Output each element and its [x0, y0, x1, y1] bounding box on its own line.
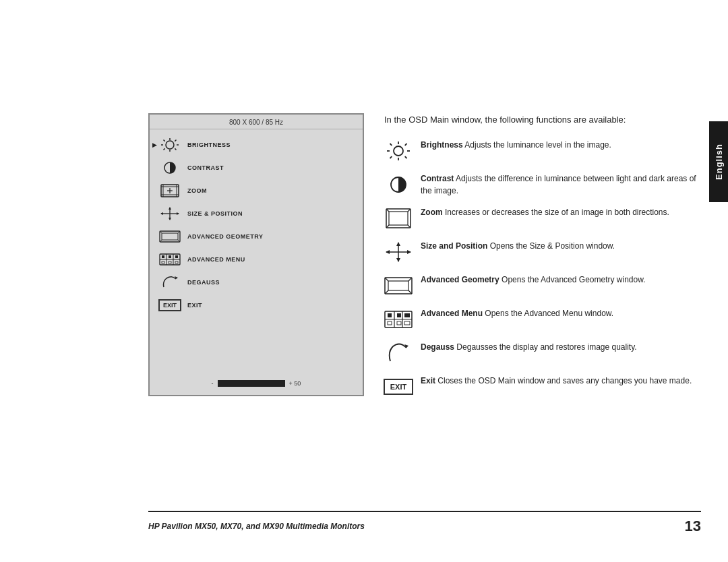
size-position-icon — [159, 206, 181, 222]
desc-term-contrast: Contrast — [421, 174, 454, 183]
svg-line-8 — [164, 148, 165, 150]
degauss-icon — [159, 274, 181, 290]
desc-text-brightness: Brightness Adjusts the luminance level i… — [421, 139, 701, 151]
svg-marker-60 — [407, 250, 411, 254]
svg-rect-50 — [389, 212, 408, 225]
footer-title: HP Pavilion MX50, MX70, and MX90 Multime… — [148, 522, 365, 531]
osd-label-advanced-menu: ADVANCED MENU — [187, 256, 245, 263]
svg-line-5 — [164, 140, 165, 142]
footer-page-number: 13 — [685, 518, 701, 535]
osd-label-zoom: ZOOM — [187, 187, 207, 194]
desc-text-advanced-geometry: Advanced Geometry Opens the Advanced Geo… — [421, 274, 701, 286]
desc-text-size-position: Size and Position Opens the Size & Posit… — [421, 240, 701, 252]
svg-rect-38 — [175, 261, 178, 263]
svg-point-39 — [394, 146, 403, 156]
osd-item-degauss[interactable]: DEGAUSS — [150, 271, 363, 294]
desc-item-size-position: Size and Position Opens the Size & Posit… — [384, 240, 701, 264]
desc-item-advanced-geometry: Advanced Geometry Opens the Advanced Geo… — [384, 274, 701, 298]
advanced-menu-icon — [159, 251, 181, 268]
exit-box-icon: EXIT — [159, 297, 181, 313]
brightness-icon — [159, 137, 181, 153]
osd-label-degauss: DEGAUSS — [187, 279, 220, 286]
osd-label-brightness: BRIGHTNESS — [187, 142, 231, 148]
advanced-geometry-icon — [159, 228, 181, 245]
svg-marker-22 — [177, 212, 179, 215]
desc-term-zoom: Zoom — [421, 208, 443, 217]
osd-minus-label: - — [212, 380, 214, 387]
description-area: In the OSD Main window, the following fu… — [384, 113, 701, 501]
osd-item-advanced-menu[interactable]: ADVANCED MENU — [150, 248, 363, 271]
desc-text-advanced-menu: Advanced Menu Opens the Advanced Menu wi… — [421, 307, 701, 319]
svg-rect-72 — [397, 313, 401, 317]
svg-rect-24 — [162, 233, 178, 240]
svg-rect-76 — [404, 321, 410, 325]
svg-line-47 — [390, 156, 392, 158]
svg-line-46 — [405, 144, 407, 146]
svg-rect-75 — [397, 321, 401, 325]
exit-box-label: EXIT — [158, 299, 181, 311]
osd-item-contrast[interactable]: CONTRAST — [150, 156, 363, 179]
osd-label-exit: EXIT — [187, 302, 202, 309]
osd-item-advanced-geometry[interactable]: ADVANCED GEOMETRY — [150, 225, 363, 248]
desc-item-zoom: Zoom Increases or decreases the size of … — [384, 206, 701, 230]
desc-term-degauss: Degauss — [421, 342, 454, 352]
progress-bar — [218, 380, 285, 387]
svg-marker-57 — [396, 242, 400, 246]
desc-degauss-icon — [384, 341, 413, 365]
osd-item-exit[interactable]: EXIT EXIT — [150, 294, 363, 317]
osd-item-brightness[interactable]: BRIGHTNESS — [150, 133, 363, 156]
svg-marker-19 — [169, 207, 171, 210]
osd-label-advanced-geometry: ADVANCED GEOMETRY — [187, 233, 264, 240]
desc-item-advanced-menu: Advanced Menu Opens the Advanced Menu wi… — [384, 307, 701, 332]
desc-text-exit: Exit Closes the OSD Main window and save… — [421, 375, 701, 387]
svg-rect-35 — [175, 255, 178, 258]
desc-term-advanced-geometry: Advanced Geometry — [421, 275, 499, 284]
svg-marker-58 — [396, 258, 400, 262]
desc-advanced-geometry-icon — [384, 274, 413, 298]
svg-marker-21 — [160, 212, 163, 215]
svg-line-6 — [175, 148, 176, 150]
svg-point-0 — [166, 141, 174, 149]
svg-rect-62 — [388, 281, 408, 290]
desc-zoom-icon — [384, 206, 413, 230]
desc-contrast-icon — [384, 173, 413, 197]
osd-footer: - + 50 — [150, 380, 363, 387]
desc-item-contrast: Contrast Adjusts the difference in lumin… — [384, 173, 701, 197]
desc-term-size-position: Size and Position — [421, 241, 487, 251]
intro-text: In the OSD Main window, the following fu… — [384, 113, 701, 127]
desc-term-exit: Exit — [421, 376, 435, 385]
desc-exit-icon: EXIT — [384, 375, 413, 399]
desc-brightness-icon — [384, 139, 413, 163]
svg-marker-59 — [386, 250, 390, 254]
osd-items-list: BRIGHTNESS CONTRAST — [150, 129, 363, 321]
osd-header: 800 X 600 / 85 Hz — [150, 115, 363, 129]
svg-rect-37 — [169, 261, 171, 263]
desc-exit-box: EXIT — [384, 379, 413, 395]
desc-item-degauss: Degauss Degausses the display and restor… — [384, 341, 701, 365]
svg-rect-74 — [388, 321, 392, 325]
svg-marker-20 — [169, 218, 171, 220]
desc-text-degauss: Degauss Degausses the display and restor… — [421, 341, 701, 353]
english-tab-label: English — [714, 144, 724, 180]
svg-rect-23 — [160, 231, 180, 242]
svg-rect-34 — [169, 255, 171, 258]
osd-label-contrast: CONTRAST — [187, 164, 224, 171]
svg-rect-33 — [162, 255, 164, 258]
osd-item-size-position[interactable]: SIZE & POSITION — [150, 202, 363, 225]
desc-advanced-menu-icon — [384, 307, 413, 332]
page-footer: HP Pavilion MX50, MX70, and MX90 Multime… — [148, 511, 701, 535]
desc-size-position-icon — [384, 240, 413, 264]
progress-bar-container — [218, 380, 285, 387]
english-tab: English — [709, 121, 728, 202]
desc-item-brightness: Brightness Adjusts the luminance level i… — [384, 139, 701, 163]
desc-text-contrast: Contrast Adjusts the difference in lumin… — [421, 173, 701, 197]
footer-title-text: HP Pavilion MX50, MX70, and MX90 Multime… — [148, 522, 365, 531]
osd-panel: 800 X 600 / 85 Hz BRIGHTNESS — [148, 113, 364, 396]
svg-line-7 — [175, 140, 176, 142]
svg-line-45 — [405, 156, 407, 158]
svg-rect-61 — [385, 278, 412, 294]
svg-rect-73 — [404, 313, 410, 317]
osd-item-zoom[interactable]: ZOOM — [150, 179, 363, 202]
osd-plus-label: + 50 — [289, 380, 301, 387]
desc-text-zoom: Zoom Increases or decreases the size of … — [421, 206, 701, 218]
